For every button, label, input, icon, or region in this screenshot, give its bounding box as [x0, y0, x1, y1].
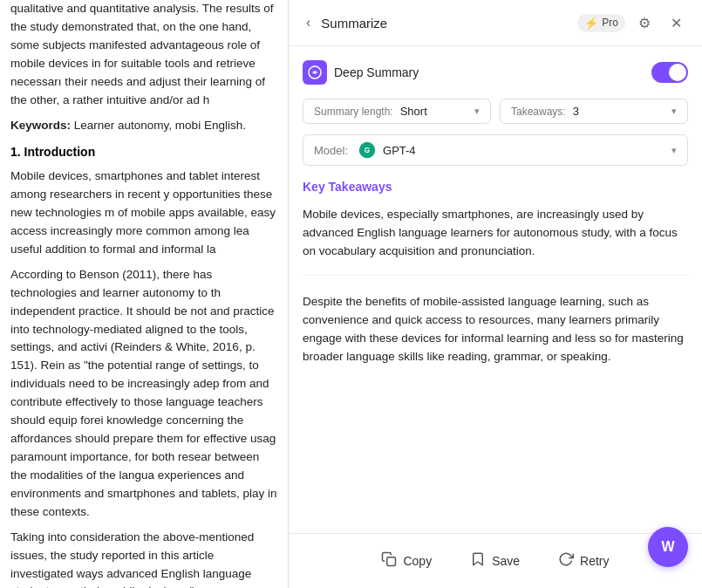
retry-label: Retry — [580, 554, 609, 568]
close-icon: ✕ — [671, 15, 682, 31]
pro-label: Pro — [602, 17, 618, 29]
copy-button[interactable]: Copy — [372, 546, 440, 576]
key-takeaways-heading: Key Takeaways — [303, 180, 688, 194]
copy-label: Copy — [403, 554, 432, 568]
copy-icon — [381, 551, 397, 571]
section-1-heading: 1. Introduction — [10, 143, 277, 162]
takeaway-item-2: Despite the benefits of mobile-assisted … — [303, 293, 688, 380]
doc-keywords: Keywords: Learner autonomy, mobi English… — [10, 117, 277, 135]
summarize-content: Deep Summary Summary length: Short ▾ Tak… — [289, 46, 702, 533]
brain-icon — [308, 65, 322, 79]
deep-summary-toggle[interactable] — [651, 62, 688, 83]
takeaway-text-2: Despite the benefits of mobile-assisted … — [303, 295, 684, 363]
takeaways-value: 3 — [573, 105, 579, 118]
keywords-label: Keywords: — [10, 119, 71, 132]
summary-length-dropdown[interactable]: Summary length: Short ▾ — [303, 99, 491, 124]
takeaway-item-1: Mobile devices, especially smartphones, … — [303, 206, 688, 276]
save-label: Save — [492, 554, 520, 568]
settings-button[interactable]: ⚙ — [632, 10, 657, 35]
summary-length-chevron-icon: ▾ — [474, 106, 480, 117]
doc-paragraph-1: qualitative and quantitative analysis. T… — [10, 0, 277, 110]
deep-summary-label: Deep Summary — [334, 65, 644, 79]
wordtune-logo: W — [661, 539, 674, 555]
summarize-header: ‹ Summarize ⚡ Pro ⚙ ✕ — [289, 0, 702, 46]
takeaways-chevron-icon: ▾ — [671, 106, 677, 117]
svg-rect-3 — [387, 557, 396, 566]
gear-icon: ⚙ — [638, 15, 651, 31]
lightning-icon: ⚡ — [584, 17, 598, 30]
gpt4-icon: G — [358, 141, 376, 159]
bookmark-icon — [470, 551, 486, 571]
back-button[interactable]: ‹ — [303, 13, 314, 32]
svg-text:G: G — [365, 146, 370, 154]
pro-badge[interactable]: ⚡ Pro — [577, 14, 625, 32]
document-panel: qualitative and quantitative analysis. T… — [0, 0, 288, 588]
wordtune-fab[interactable]: W — [648, 527, 688, 567]
model-chevron-icon: ▾ — [671, 145, 677, 156]
summary-length-label: Summary length: — [314, 106, 393, 118]
takeaways-dropdown[interactable]: Takeaways: 3 ▾ — [500, 99, 688, 124]
deep-summary-row: Deep Summary — [303, 60, 688, 85]
takeaway-text-1: Mobile devices, especially smartphones, … — [303, 208, 678, 257]
doc-paragraph-2: Mobile devices, smartphones and tablet i… — [10, 168, 277, 259]
model-label: Model: — [314, 144, 348, 157]
close-button[interactable]: ✕ — [664, 10, 688, 35]
save-button[interactable]: Save — [461, 546, 528, 576]
takeaways-label: Takeaways: — [511, 106, 566, 118]
model-dropdown[interactable]: Model: G GPT-4 ▾ — [303, 134, 688, 166]
retry-icon — [558, 551, 574, 571]
summary-length-value: Short — [400, 105, 427, 118]
settings-row: Summary length: Short ▾ Takeaways: 3 ▾ — [303, 99, 688, 124]
retry-button[interactable]: Retry — [549, 546, 617, 576]
deep-summary-icon — [303, 60, 327, 85]
summarize-panel: ‹ Summarize ⚡ Pro ⚙ ✕ Deep Summary — [288, 0, 702, 588]
model-name: GPT-4 — [383, 144, 665, 157]
action-bar: Copy Save Retry — [289, 533, 702, 588]
keywords-text: Learner autonomy, mobi English. — [74, 119, 246, 132]
doc-paragraph-4: Taking into consideration the above-ment… — [10, 529, 277, 588]
summarize-title: Summarize — [321, 16, 570, 31]
doc-paragraph-3: According to Benson (2011), there has te… — [10, 266, 277, 522]
